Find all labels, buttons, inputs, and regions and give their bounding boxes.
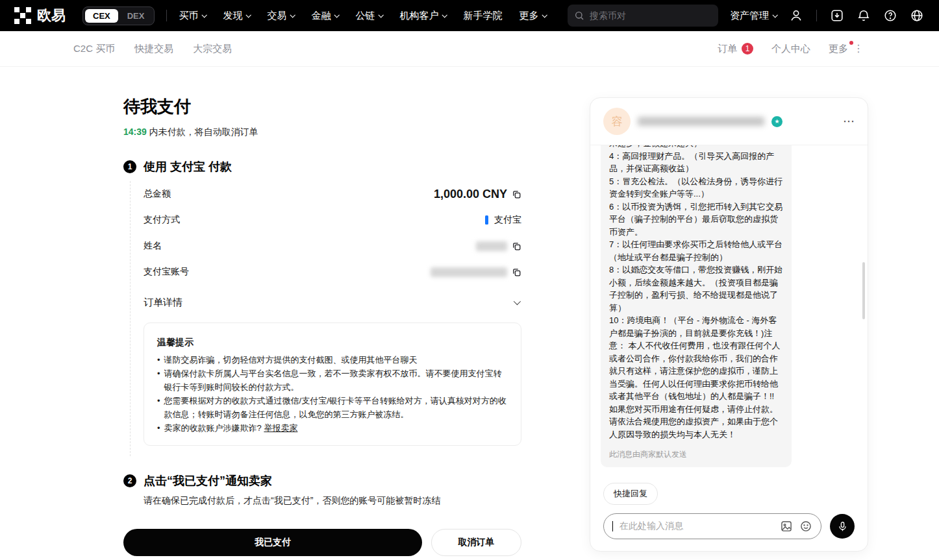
copy-account-icon[interactable] (512, 267, 521, 277)
chat-message-area: 骗：1：兼职返佣。（先让你赚小钱，诱导加大投资）2：高额返利。（让你进行投资，并… (590, 145, 868, 480)
chevron-down-icon (514, 298, 521, 305)
merchant-message-bubble: 骗：1：兼职返佣。（先让你赚小钱，诱导加大投资）2：高额返利。（让你进行投资，并… (601, 145, 792, 467)
search-box[interactable] (568, 5, 718, 27)
search-input[interactable] (590, 10, 712, 21)
step-1-number: 1 (123, 160, 136, 173)
dex-toggle-button[interactable]: DEX (119, 9, 153, 23)
language-globe-icon[interactable] (909, 8, 925, 23)
copy-name-icon[interactable] (512, 241, 521, 251)
nav-item-buy[interactable]: 买币 (179, 10, 206, 22)
top-nav: 欧易 CEX DEX 买币 发现 交易 金融 公链 机构客户 新手学院 更多 资… (0, 0, 939, 31)
step-2-title: 点击“我已支付”通知卖家 (144, 473, 272, 489)
order-details-label: 订单详情 (144, 297, 182, 309)
step-1-body: 总金额 1,000.00 CNY 支付方式 支付宝 姓名 (130, 181, 521, 456)
chat-input-row: 在此处输入消息 (603, 513, 855, 539)
nav-item-finance[interactable]: 金融 (311, 10, 338, 22)
chevron-down-icon (202, 12, 207, 18)
notification-dot (849, 41, 853, 45)
payee-name-label: 姓名 (144, 240, 162, 252)
subnav-item-block-trade[interactable]: 大宗交易 (193, 43, 232, 55)
total-amount-label: 总金额 (144, 188, 171, 200)
okx-logo-icon (14, 7, 31, 24)
chevron-down-icon (542, 12, 547, 18)
report-seller-link[interactable]: 举报卖家 (264, 423, 297, 433)
subnav-item-express[interactable]: 快捷交易 (134, 43, 173, 55)
assets-menu[interactable]: 资产管理 (730, 10, 777, 22)
search-icon (574, 10, 584, 21)
chevron-down-icon (379, 12, 384, 18)
action-buttons: 我已支付 取消订单 (123, 529, 521, 556)
payment-method-label: 支付方式 (144, 214, 180, 226)
nav-item-academy[interactable]: 新手学院 (463, 10, 502, 22)
voice-message-button[interactable] (830, 514, 855, 539)
chevron-down-icon (246, 12, 251, 18)
cex-dex-toggle: CEX DEX (82, 6, 155, 25)
merchant-name-masked (638, 117, 764, 126)
nav-item-institutional[interactable]: 机构客户 (399, 10, 446, 22)
subnav-more-link[interactable]: 更多 ⋮ (829, 43, 864, 55)
copy-amount-icon[interactable] (512, 189, 521, 199)
profile-icon[interactable] (788, 8, 804, 23)
subnav-item-c2c[interactable]: C2C 买币 (73, 43, 115, 55)
countdown-text: 内未付款，将自动取消订单 (147, 127, 258, 137)
chevron-down-icon (334, 12, 340, 18)
step-2-description: 请在确保已完成付款后，才点击“我已支付”，否则您的账号可能被暂时冻结 (144, 495, 521, 507)
help-icon[interactable] (883, 8, 898, 23)
alipay-account-label: 支付宝账号 (144, 266, 189, 278)
countdown-time: 14:39 (123, 127, 147, 137)
chat-footer: 快捷回复 在此处输入消息 (590, 480, 868, 551)
alipay-account-row: 支付宝账号 (144, 259, 521, 285)
quick-reply-button[interactable]: 快捷回复 (603, 483, 658, 505)
chat-input[interactable]: 在此处输入消息 (603, 513, 821, 539)
alipay-account-masked-value (431, 267, 507, 277)
countdown-line: 14:39 内未付款，将自动取消订单 (123, 127, 521, 138)
chevron-down-icon (442, 12, 447, 18)
nav-icon-group (788, 8, 925, 23)
orders-link[interactable]: 订单 1 (718, 43, 753, 55)
subnav-right: 订单 1 个人中心 更多 ⋮ (718, 43, 864, 55)
download-app-icon[interactable] (829, 8, 845, 23)
nav-item-more[interactable]: 更多 (519, 10, 546, 22)
cancel-order-button[interactable]: 取消订单 (431, 529, 521, 556)
total-amount-value: 1,000.00 CNY (434, 188, 507, 201)
step-1-head: 1 使用 支付宝 付款 (123, 159, 521, 175)
nav-divider (166, 10, 167, 21)
profile-center-link[interactable]: 个人中心 (771, 43, 810, 55)
message-footer-note: 此消息由商家默认发送 (609, 449, 783, 460)
kebab-menu-icon[interactable]: ⋮ (853, 43, 864, 54)
emoji-icon[interactable] (799, 520, 812, 533)
total-amount-row: 总金额 1,000.00 CNY (144, 181, 521, 207)
tips-title: 温馨提示 (157, 335, 508, 350)
chevron-down-icon (772, 12, 777, 18)
order-main: 待我支付 14:39 内未付款，将自动取消订单 1 使用 支付宝 付款 总金额 … (0, 67, 521, 556)
text-cursor (612, 521, 613, 531)
paid-button[interactable]: 我已支付 (123, 529, 422, 556)
nav-item-discover[interactable]: 发现 (223, 10, 250, 22)
step-2: 2 点击“我已支付”通知卖家 请在确保已完成付款后，才点击“我已支付”，否则您的… (123, 473, 521, 507)
tip-item: 您需要根据对方的收款方式通过微信/支付宝/银行卡等平台转账给对方，请认真核对对方… (157, 394, 508, 421)
chat-scrollbar[interactable] (862, 262, 865, 319)
okx-logo[interactable]: 欧易 (14, 6, 66, 25)
payment-method-value: 支付宝 (494, 214, 521, 226)
merchant-message-text: 骗：1：兼职返佣。（先让你赚小钱，诱导加大投资）2：高额返利。（让你进行投资，并… (609, 145, 783, 441)
chat-panel: 容 ★ ⋯ 骗：1：兼职返佣。（先让你赚小钱，诱导加大投资）2：高额返利。（让你… (590, 97, 868, 552)
order-details-toggle[interactable]: 订单详情 (144, 293, 521, 312)
nav-menus: 买币 发现 交易 金融 公链 机构客户 新手学院 更多 (179, 10, 546, 22)
nav-divider (816, 10, 817, 21)
cex-toggle-button[interactable]: CEX (85, 9, 118, 23)
tip-item: 谨防交易诈骗，切勿轻信对方提供的支付截图、或使用其他平台聊天 (157, 353, 508, 367)
step-2-head: 2 点击“我已支付”通知卖家 (123, 473, 521, 489)
chat-header: 容 ★ ⋯ (590, 98, 868, 145)
attach-image-icon[interactable] (780, 520, 793, 533)
chevron-down-icon (290, 12, 295, 18)
sub-nav: C2C 买币 快捷交易 大宗交易 订单 1 个人中心 更多 ⋮ (0, 31, 939, 67)
page-title: 待我支付 (123, 95, 521, 118)
notifications-bell-icon[interactable] (856, 8, 871, 23)
verified-badge-icon: ★ (771, 116, 782, 127)
subnav-left: C2C 买币 快捷交易 大宗交易 (73, 43, 232, 55)
nav-item-chain[interactable]: 公链 (355, 10, 382, 22)
step-2-number: 2 (123, 474, 136, 487)
nav-item-trade[interactable]: 交易 (267, 10, 294, 22)
tip-item: 请确保付款卡所属人与平台实名信息一致，若不一致卖家有权不放币。请不要使用支付宝转… (157, 367, 508, 394)
chat-input-placeholder: 在此处输入消息 (620, 520, 773, 532)
